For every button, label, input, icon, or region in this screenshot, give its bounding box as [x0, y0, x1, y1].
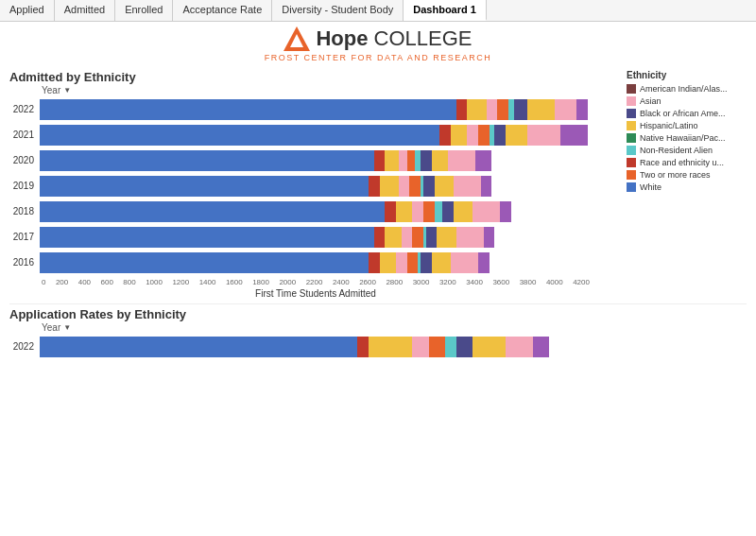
bar-segment: [421, 150, 432, 171]
bar-segment: [423, 201, 435, 222]
bar-segment: [500, 201, 511, 222]
legend-label: Black or African Ame...: [640, 109, 726, 118]
bar-segment: [448, 150, 475, 171]
bar-segment: [40, 227, 374, 248]
app-bar-segment: [456, 337, 472, 357]
bar-year-label: 2016: [9, 257, 40, 268]
app-bar-row: 2022: [42, 335, 747, 359]
bar-segment: [467, 99, 486, 120]
bar-container: [40, 227, 494, 248]
bar-segment: [497, 99, 508, 120]
bar-segment: [426, 227, 438, 248]
x-axis-title: First Time Students Admitted: [42, 288, 590, 299]
bar-segment: [396, 252, 407, 273]
app-bar-segment: [472, 337, 506, 357]
bar-year-label: 2020: [9, 155, 40, 165]
app-bar-segment: [412, 337, 428, 357]
header-logo: Hope COLLEGE: [0, 26, 756, 51]
tab-diversity[interactable]: Diversity - Student Body: [272, 0, 404, 21]
bar-segment: [385, 150, 399, 171]
tab-dashboard1[interactable]: Dashboard 1: [404, 0, 487, 21]
bar-segment: [380, 176, 399, 197]
bar-row: 2016: [42, 251, 619, 275]
bar-segment: [407, 150, 416, 171]
main-content: Admitted by Ethnicity Year ▼ 20222021202…: [0, 66, 756, 299]
header-subtitle: FROST CENTER FOR DATA AND RESEARCH: [0, 52, 756, 64]
app-rates-title: Application Rates by Ethnicity: [9, 307, 747, 321]
bar-segment: [451, 125, 467, 146]
bar-segment: [399, 150, 407, 171]
bar-container: [40, 125, 588, 146]
bar-segment: [374, 150, 386, 171]
app-filter-icon: ▼: [63, 323, 71, 332]
bar-segment: [439, 125, 451, 146]
legend-item: Non-Resident Alien: [627, 146, 747, 155]
chart-area: Admitted by Ethnicity Year ▼ 20222021202…: [9, 70, 619, 299]
app-bar-segment: [357, 337, 369, 357]
bar-segment: [421, 252, 432, 273]
bar-segment: [494, 125, 506, 146]
tab-acceptance-rate[interactable]: Acceptance Rate: [173, 0, 272, 21]
bar-segment: [407, 252, 419, 273]
tab-admitted[interactable]: Admitted: [55, 0, 115, 21]
legend-label: American Indian/Alas...: [640, 84, 728, 94]
legend-swatch: [627, 109, 636, 118]
bar-segment: [432, 150, 448, 171]
tab-bar: Applied Admitted Enrolled Acceptance Rat…: [0, 0, 756, 22]
bar-segment: [560, 125, 588, 146]
bar-segment: [484, 227, 495, 248]
legend-label: Race and ethnicity u...: [640, 158, 724, 167]
bar-segment: [478, 125, 490, 146]
legend-item: Two or more races: [627, 170, 747, 180]
app-bar-segment: [506, 337, 533, 357]
year-filter-label[interactable]: Year ▼: [42, 85, 619, 95]
legend-label: White: [640, 182, 662, 192]
bar-segment: [514, 99, 528, 120]
app-bar-year-label: 2022: [9, 341, 40, 352]
bar-row: 2022: [42, 97, 619, 122]
bar-segment: [396, 201, 412, 222]
x-axis-labels: 02004006008001000 1200140016001800200022…: [42, 278, 590, 286]
bar-segment: [456, 227, 484, 248]
bar-segment: [402, 227, 413, 248]
bar-segment: [40, 176, 369, 197]
bar-container: [40, 252, 490, 273]
bar-segment: [423, 176, 435, 197]
legend-item: Asian: [627, 96, 747, 106]
legend-swatch: [627, 146, 636, 155]
bar-segment: [478, 252, 490, 273]
bar-segment: [506, 125, 527, 146]
filter-icon: ▼: [63, 86, 71, 95]
app-year-filter[interactable]: Year ▼: [42, 322, 747, 333]
bar-segment: [40, 252, 369, 273]
bar-segment: [369, 252, 380, 273]
tab-applied[interactable]: Applied: [0, 0, 55, 21]
bar-segment: [437, 227, 455, 248]
bar-segment: [435, 201, 443, 222]
app-bar-container: [40, 337, 549, 357]
legend-item: American Indian/Alas...: [627, 84, 747, 94]
bar-segment: [385, 201, 396, 222]
bar-row: 2017: [42, 225, 619, 250]
bar-segment: [442, 201, 454, 222]
bar-segment: [385, 227, 401, 248]
bar-row: 2020: [42, 148, 619, 173]
legend-label: Hispanic/Latino: [640, 121, 698, 130]
app-bar-segment: [429, 337, 445, 357]
legend-item: Native Hawaiian/Pac...: [627, 133, 747, 143]
bar-segment: [409, 176, 421, 197]
bar-segment: [40, 201, 385, 222]
bar-segment: [576, 99, 588, 120]
bar-container: [40, 99, 588, 120]
legend-swatch: [627, 133, 636, 143]
legend-item: Race and ethnicity u...: [627, 158, 747, 167]
hope-logo-icon: [284, 26, 310, 51]
section-divider: [9, 303, 747, 304]
bar-segment: [467, 125, 478, 146]
legend-label: Asian: [640, 96, 662, 106]
tab-enrolled[interactable]: Enrolled: [115, 0, 173, 21]
bar-segment: [432, 252, 451, 273]
bar-year-label: 2019: [9, 181, 40, 191]
bar-segment: [412, 227, 423, 248]
bar-container: [40, 176, 491, 197]
